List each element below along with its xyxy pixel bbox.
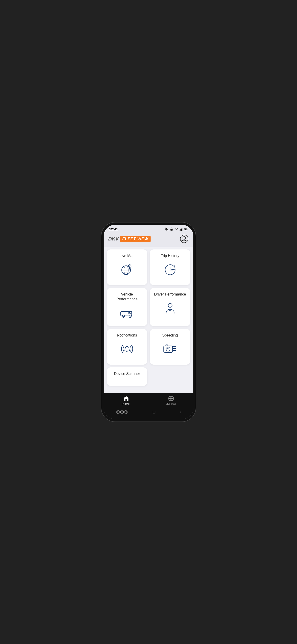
card-grid: Live Map Trip	[107, 250, 190, 386]
battery-icon	[184, 227, 188, 231]
card-trip-history[interactable]: Trip History	[150, 250, 190, 285]
nav-live-map[interactable]: Live Map	[148, 393, 194, 407]
svg-point-18	[129, 266, 130, 266]
svg-rect-5	[181, 228, 182, 230]
card-live-map[interactable]: Live Map	[107, 250, 147, 285]
bell-wave-icon	[119, 341, 135, 357]
svg-point-25	[168, 303, 172, 308]
logo-fleet: FLEET VIEW	[120, 236, 150, 242]
status-icons	[165, 227, 188, 231]
svg-rect-20	[130, 312, 131, 313]
van-icon	[119, 305, 135, 321]
lock-icon	[170, 227, 173, 231]
signal-icon	[179, 227, 183, 231]
card-driver-performance[interactable]: Driver Performance	[150, 288, 190, 326]
home-icon	[123, 396, 129, 402]
svg-point-24	[130, 316, 130, 317]
android-home-button[interactable]: □	[148, 409, 160, 416]
svg-point-29	[167, 348, 169, 350]
user-profile-button[interactable]	[180, 234, 189, 244]
svg-point-23	[123, 316, 124, 317]
status-bar: 12:41	[104, 225, 194, 232]
logo-dkv: DKV	[108, 236, 118, 242]
card-trip-history-label: Trip History	[161, 254, 179, 258]
logo: DKV FLEET VIEW	[108, 236, 150, 242]
svg-rect-34	[125, 399, 127, 401]
android-nav-bar: ⦿⦿⦿ □ ‹	[104, 407, 194, 419]
svg-point-11	[183, 236, 186, 239]
globe-pin-icon	[119, 262, 135, 278]
android-back-button[interactable]: ‹	[175, 409, 186, 416]
card-driver-performance-label: Driver Performance	[154, 292, 186, 297]
svg-rect-6	[182, 228, 182, 230]
nav-home-label: Home	[122, 402, 130, 405]
card-speeding-label: Speeding	[162, 333, 178, 338]
svg-point-28	[166, 347, 170, 352]
card-vehicle-performance[interactable]: Vehicle Performance	[107, 288, 147, 326]
card-device-scanner[interactable]: Device Scanner	[107, 367, 147, 386]
card-vehicle-performance-label: Vehicle Performance	[110, 292, 144, 302]
user-avatar-icon	[180, 235, 188, 243]
android-recents-button[interactable]: ⦿⦿⦿	[111, 409, 133, 416]
card-device-scanner-label: Device Scanner	[114, 372, 140, 376]
speed-camera-icon	[162, 341, 178, 357]
svg-rect-1	[170, 229, 172, 230]
card-speeding[interactable]: Speeding	[150, 329, 190, 364]
bottom-nav: Home Live Map	[104, 393, 194, 407]
svg-rect-9	[185, 228, 186, 230]
svg-rect-30	[166, 345, 168, 346]
driver-icon	[162, 300, 178, 316]
clock-history-icon	[162, 262, 178, 278]
card-notifications-label: Notifications	[117, 333, 137, 338]
status-time: 12:41	[109, 227, 118, 231]
app-header: DKV FLEET VIEW	[104, 232, 194, 247]
svg-rect-3	[180, 230, 180, 230]
svg-rect-4	[180, 229, 181, 231]
nav-home[interactable]: Home	[104, 393, 148, 407]
nav-globe-icon	[168, 396, 174, 402]
card-notifications[interactable]: Notifications	[107, 329, 147, 364]
main-content: Live Map Trip	[104, 247, 194, 393]
mute-icon	[165, 227, 168, 231]
card-live-map-label: Live Map	[120, 254, 134, 258]
wifi-icon	[174, 227, 178, 231]
nav-live-map-label: Live Map	[166, 402, 176, 405]
svg-rect-27	[164, 346, 173, 352]
phone-shell: 12:41	[104, 225, 194, 419]
